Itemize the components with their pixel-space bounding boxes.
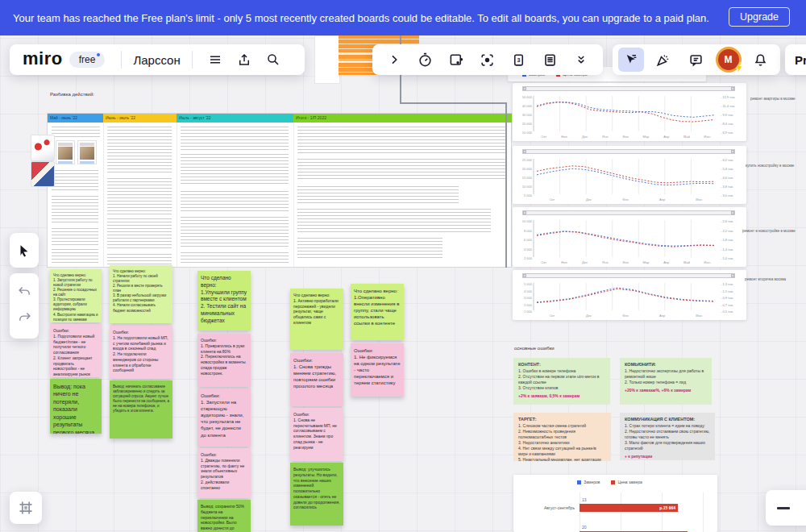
- svg-text:4 000: 4 000: [524, 247, 533, 251]
- svg-text:Дек: Дек: [582, 135, 588, 139]
- sticky-note[interactable]: Ошибки: 1. Подготовили новый бюджет/план…: [50, 324, 102, 377]
- frame-title: Разбивка действий:: [50, 92, 94, 97]
- timer-icon[interactable]: [417, 51, 434, 69]
- note-accent: + к репутации: [625, 454, 710, 459]
- text-block: [52, 170, 98, 191]
- note-accent: +20% к заявкам%, +6% к замерам: [625, 388, 707, 393]
- share-screen-icon[interactable]: [447, 51, 465, 69]
- tiny-table-object[interactable]: [314, 35, 340, 84]
- error-note[interactable]: КОМЬЮНИТИ: 1. Недостаточно экспертизы дл…: [620, 358, 712, 405]
- miro-board-app: Разбивка действий: Май - июнь '22Июнь - …: [0, 0, 806, 532]
- svg-text:5 000: 5 000: [524, 193, 533, 197]
- upgrade-button[interactable]: Upgrade: [729, 7, 790, 27]
- svg-text:Окт: Окт: [549, 314, 555, 318]
- present-button[interactable]: Pr: [785, 44, 806, 75]
- plan-badge[interactable]: free: [69, 52, 106, 68]
- error-note[interactable]: КОНТЕНТ: 1. Ошибки в номере телефона 2. …: [513, 358, 610, 405]
- board-name[interactable]: Ларссон: [133, 53, 180, 67]
- column-header[interactable]: Май - июнь '22: [48, 114, 103, 123]
- attention-icon[interactable]: [479, 51, 496, 69]
- column-header[interactable]: Июнь - июль '22: [103, 114, 177, 123]
- price-bar[interactable]: р.15 964: [580, 504, 678, 512]
- error-note[interactable]: ТАРГЕТ: 1. Слишком частая смена стратеги…: [513, 413, 611, 461]
- text-block: [297, 186, 459, 204]
- sticky-note[interactable]: Что сделано верно: 1. Начали работу по с…: [110, 265, 172, 323]
- sticky-note[interactable]: Что сделано верно: 1.Улучшили группу вме…: [197, 271, 251, 330]
- chart-range-slider[interactable]: [522, 210, 735, 215]
- svg-text:8 000: 8 000: [524, 229, 533, 233]
- trend-chart-card[interactable]: 5 0004 0003 0002 0001 000- 1,3 тыс- 1,1 …: [513, 270, 746, 320]
- frame-icon: [18, 500, 34, 516]
- sticky-note[interactable]: Что сделано верно: 1.Оперативно внесли и…: [351, 284, 404, 340]
- sticky-note[interactable]: Ошибки: 1. Снова трижды меняем стратегию…: [290, 353, 343, 406]
- trend-chart-card[interactable]: 10 0008 0006 0004 0002 000- 2,6 тыс- 2,2…: [513, 207, 746, 267]
- divider: [192, 51, 193, 69]
- hide-cursors-button[interactable]: [618, 48, 644, 72]
- sticky-note[interactable]: Ошибки: 1. Превратились в руки клиента н…: [197, 334, 251, 387]
- lightning-icon: [734, 62, 744, 76]
- cursor-icon: [17, 243, 31, 258]
- notification-dot: [97, 53, 100, 56]
- connector-line-right[interactable]: [505, 102, 507, 268]
- svg-text:Дек: Дек: [586, 197, 592, 202]
- ad-preview-photo[interactable]: [56, 140, 75, 164]
- text-block: [181, 252, 289, 265]
- zoom-out-button[interactable]: [777, 507, 790, 509]
- collapse-icon[interactable]: [385, 51, 403, 69]
- notes-icon[interactable]: [541, 51, 559, 69]
- svg-text:- 6,2 тыс: - 6,2 тыс: [721, 158, 733, 162]
- svg-text:- 5,4 тыс: - 5,4 тыс: [721, 167, 733, 171]
- actions-breakdown-table[interactable]: Май - июнь '22Июнь - июль '22Июль - авгу…: [47, 113, 512, 268]
- chart-range-slider[interactable]: [522, 86, 735, 91]
- sticky-note[interactable]: Ошибки: 1. Не фиксируемся на одном резул…: [351, 343, 404, 397]
- sticky-note[interactable]: Что сделано верно: 1. Активно проработал…: [290, 289, 343, 350]
- image-object[interactable]: [31, 135, 55, 161]
- trend-chart-card[interactable]: 25 00020 00015 00010 0005 000- 6,2 тыс- …: [513, 146, 746, 204]
- bar-chart-card[interactable]: ЗамеровЦена замераАвгуст-сентябрь13р.15 …: [513, 475, 717, 532]
- search-icon[interactable]: [264, 51, 282, 69]
- sticky-note[interactable]: Ошибки: 1. Снова не пересчитываем МП, не…: [290, 408, 343, 461]
- svg-text:Ноя: Ноя: [561, 260, 567, 264]
- column-header[interactable]: Июль - август '22: [177, 114, 293, 123]
- menu-icon[interactable]: [206, 51, 224, 69]
- export-icon[interactable]: [235, 51, 253, 69]
- image-object[interactable]: [31, 161, 55, 187]
- column-header[interactable]: Итоги - 1/П 2022: [293, 114, 512, 123]
- chart-range-slider[interactable]: [522, 273, 735, 278]
- note-body: 1. Страх потери клиента = идем на поводу…: [625, 423, 710, 451]
- svg-text:Июн: Июн: [704, 135, 710, 139]
- ad-preview-photo[interactable]: [77, 140, 97, 164]
- sticky-note[interactable]: Что сделано верно: 1. Запустили работу п…: [50, 269, 102, 322]
- sticky-note[interactable]: Ошибки: 1. Запустили на стареющую аудито…: [197, 389, 251, 447]
- free-plan-banner: Your team has reached the Free plan's li…: [0, 0, 806, 35]
- user-avatar[interactable]: M: [716, 47, 742, 73]
- svg-text:- 4,6 тыс: - 4,6 тыс: [721, 176, 733, 180]
- notifications-bell-icon[interactable]: [751, 51, 769, 69]
- comments-icon[interactable]: [688, 51, 705, 69]
- svg-text:Июн: Июн: [696, 314, 702, 318]
- bar-legend-item: Цена замера: [611, 480, 642, 484]
- undo-button[interactable]: [18, 285, 31, 301]
- miro-logo[interactable]: miro: [23, 48, 63, 69]
- sticky-note[interactable]: Ошибки: 1. Не подготовили новый МП, с уч…: [110, 326, 172, 379]
- trend-chart-card[interactable]: 50 00040 00030 00020 00010 000- 12,9 тыс…: [513, 83, 746, 141]
- connector-line-horizontal[interactable]: [400, 102, 507, 104]
- frames-panel-button[interactable]: [10, 492, 42, 524]
- svg-text:Фев: Фев: [622, 314, 628, 318]
- svg-text:- 2,2 тыс: - 2,2 тыс: [721, 229, 733, 233]
- svg-text:Апр: Апр: [663, 260, 670, 264]
- sticky-note[interactable]: Вывод: начинать согласование заблаговрем…: [110, 380, 172, 438]
- error-note[interactable]: КОММУНИКАЦИЯ С КЛИЕНТОМ: 1. Страх потери…: [620, 413, 715, 460]
- sticky-note[interactable]: Ошибки: 1. Дважды поменяли стратегию, по…: [197, 448, 251, 498]
- chart-range-slider[interactable]: [522, 149, 735, 154]
- sticky-note[interactable]: Вывод: улучшились результаты. Но видели,…: [290, 463, 343, 526]
- sticky-note[interactable]: Вывод: пока ничего не потеряли, показали…: [50, 379, 102, 434]
- svg-text:Апр: Апр: [659, 314, 666, 318]
- more-tools-icon[interactable]: [572, 51, 590, 69]
- select-tool-button[interactable]: [10, 233, 39, 268]
- redo-button[interactable]: [18, 311, 31, 326]
- bar-legend-item: Замеров: [577, 480, 600, 484]
- reactions-icon[interactable]: [654, 51, 671, 69]
- sticky-note[interactable]: Вывод: сохранили 50% бюджета на переключ…: [197, 500, 251, 532]
- estimation-icon[interactable]: 3: [510, 51, 528, 69]
